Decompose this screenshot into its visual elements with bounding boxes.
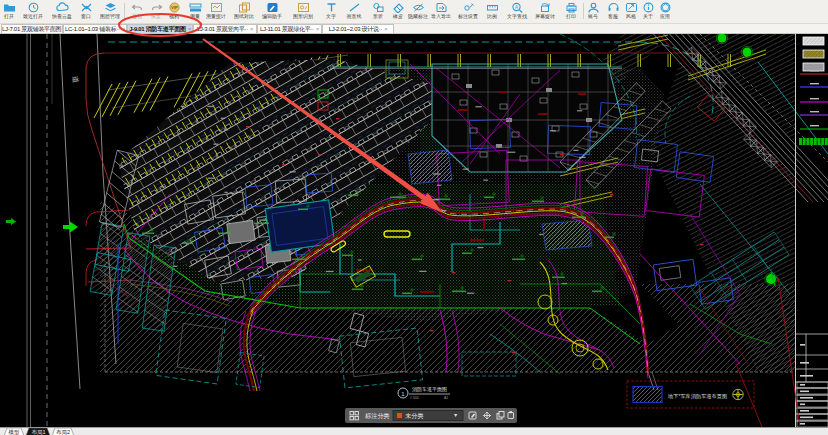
svg-text:未分类: 未分类 bbox=[405, 412, 424, 419]
svg-text:地下*车库消防车道布置图: 地下*车库消防车道布置图 bbox=[667, 393, 727, 400]
svg-text:A: A bbox=[514, 5, 517, 10]
svg-text:A1: A1 bbox=[444, 396, 448, 400]
svg-text:布局2: 布局2 bbox=[56, 429, 70, 435]
svg-text:消防车道平面图: 消防车道平面图 bbox=[412, 386, 447, 393]
svg-text:道: 道 bbox=[71, 76, 79, 84]
svg-text:1:500: 1:500 bbox=[410, 396, 419, 400]
svg-text:标注分类: 标注分类 bbox=[364, 412, 390, 420]
svg-text:VIP: VIP bbox=[171, 5, 178, 10]
svg-text:模型: 模型 bbox=[9, 429, 21, 435]
svg-text:布局1: 布局1 bbox=[31, 429, 45, 435]
